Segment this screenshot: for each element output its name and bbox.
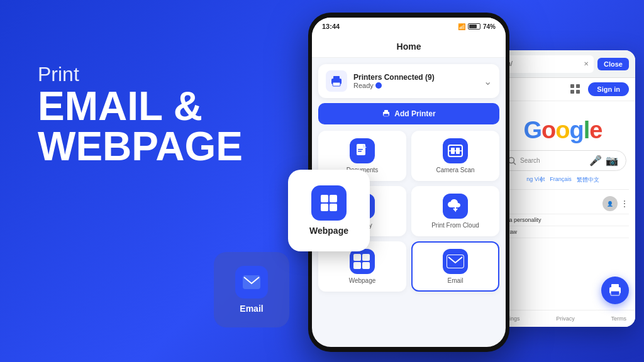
print-fab-icon [608, 283, 623, 297]
webpage-icon [350, 249, 375, 274]
left-panel: Print EMAIL & WEBPAGE [38, 63, 243, 167]
mic-icon[interactable]: 🎤 [589, 155, 602, 167]
camera-scan-label: Camera Scan [436, 167, 474, 173]
svg-rect-22 [353, 262, 361, 269]
phone-status-icons: 📶 74% [458, 23, 496, 30]
result-item: es 👤 ⋮ [497, 194, 629, 214]
print-from-cloud-icon [443, 194, 468, 219]
phone-status-bar: 13:44 📶 74% [312, 18, 506, 35]
svg-rect-3 [321, 204, 328, 211]
svg-rect-13 [358, 151, 362, 152]
apps-icon[interactable] [568, 82, 583, 97]
email-icon [443, 249, 468, 274]
search-placeholder: Search [520, 157, 540, 164]
email-float-card[interactable]: Email [214, 252, 289, 327]
signin-button[interactable]: Sign in [588, 82, 629, 96]
printer-icon [326, 70, 347, 92]
svg-rect-25 [447, 255, 464, 268]
add-printer-label: Add Printer [394, 109, 435, 118]
phone-header-title: Home [397, 41, 421, 52]
printers-title: Printers Connected (9) [353, 73, 435, 82]
svg-rect-29 [576, 90, 580, 94]
ready-dot [375, 82, 382, 89]
email-float-label: Email [240, 304, 263, 314]
svg-rect-27 [576, 84, 580, 88]
svg-rect-4 [330, 204, 337, 211]
print-fab-button[interactable] [601, 277, 629, 304]
svg-rect-6 [333, 76, 340, 79]
browser-footer: Settings Privacy Terms [491, 310, 635, 327]
svg-rect-26 [570, 84, 574, 88]
print-label: Print [38, 63, 243, 86]
camera-icon[interactable]: 📷 [606, 155, 618, 167]
result-avatar: 👤 [602, 196, 618, 211]
language-links: ng Việt Français 繁體中文 [497, 176, 629, 184]
printers-info: Printers Connected (9) Ready [353, 73, 435, 89]
phone-header: Home [312, 35, 506, 58]
more-icon[interactable]: ⋮ [620, 199, 629, 209]
documents-icon [350, 138, 375, 163]
battery-icon [468, 23, 480, 30]
webpage-grid-label: Webpage [349, 277, 376, 284]
printers-left: Printers Connected (9) Ready [326, 70, 435, 92]
browser-mockup: om/ ✕ Close Sign in Google Search 🎤 [491, 50, 635, 327]
result-item-3: nd draw [497, 226, 629, 238]
headline-line1: EMAIL & [38, 86, 243, 126]
svg-rect-21 [362, 254, 370, 261]
svg-rect-2 [330, 195, 337, 202]
browser-url-bar[interactable]: om/ ✕ [497, 55, 594, 73]
webpage-float-label: Webpage [309, 226, 348, 236]
privacy-link[interactable]: Privacy [556, 315, 575, 322]
grid-item-print-from-cloud[interactable]: Print From Cloud [411, 186, 499, 236]
svg-rect-0 [243, 275, 260, 289]
camera-scan-icon [443, 138, 468, 163]
browser-content: Google Search 🎤 📷 ng Việt Français 繁體中文 … [491, 101, 635, 244]
svg-rect-12 [358, 149, 363, 150]
printers-card[interactable]: Printers Connected (9) Ready ⌄ [318, 64, 499, 98]
svg-line-31 [514, 162, 516, 165]
browser-close-button[interactable]: Close [597, 58, 629, 70]
terms-link[interactable]: Terms [611, 315, 626, 322]
result-item-2: media personality [497, 214, 629, 226]
battery-pct: 74% [483, 23, 496, 30]
svg-rect-7 [333, 82, 340, 86]
svg-rect-1 [321, 195, 328, 202]
printers-subtitle: Ready [353, 82, 435, 89]
webpage-float-icon [311, 185, 347, 221]
svg-rect-9 [384, 110, 388, 112]
browser-toolbar: Sign in [491, 78, 635, 101]
email-grid-label: Email [447, 277, 463, 284]
ready-text: Ready [353, 82, 374, 89]
headline-line2: WEBPAGE [38, 126, 243, 167]
print-from-cloud-label: Print From Cloud [431, 222, 479, 229]
headline: EMAIL & WEBPAGE [38, 86, 243, 167]
grid-item-email[interactable]: Email [411, 241, 499, 292]
chevron-down-icon[interactable]: ⌄ [484, 75, 492, 87]
add-printer-button[interactable]: Add Printer [318, 103, 499, 124]
svg-rect-28 [570, 90, 574, 94]
svg-rect-20 [353, 254, 361, 261]
url-x-icon[interactable]: ✕ [584, 60, 589, 67]
email-float-icon [235, 266, 268, 299]
grid-item-camera-scan[interactable]: Camera Scan [411, 131, 499, 181]
phone-time: 13:44 [322, 23, 340, 30]
browser-bar: om/ ✕ Close [491, 50, 635, 78]
svg-rect-34 [611, 291, 619, 295]
svg-rect-23 [362, 262, 370, 269]
webpage-float-card[interactable]: Webpage [288, 170, 370, 251]
browser-search-bar[interactable]: Search 🎤 📷 [499, 150, 626, 171]
svg-rect-10 [384, 114, 389, 116]
google-logo: Google [497, 117, 629, 144]
svg-rect-33 [611, 284, 619, 288]
search-results: es 👤 ⋮ media personality nd draw [497, 189, 629, 238]
